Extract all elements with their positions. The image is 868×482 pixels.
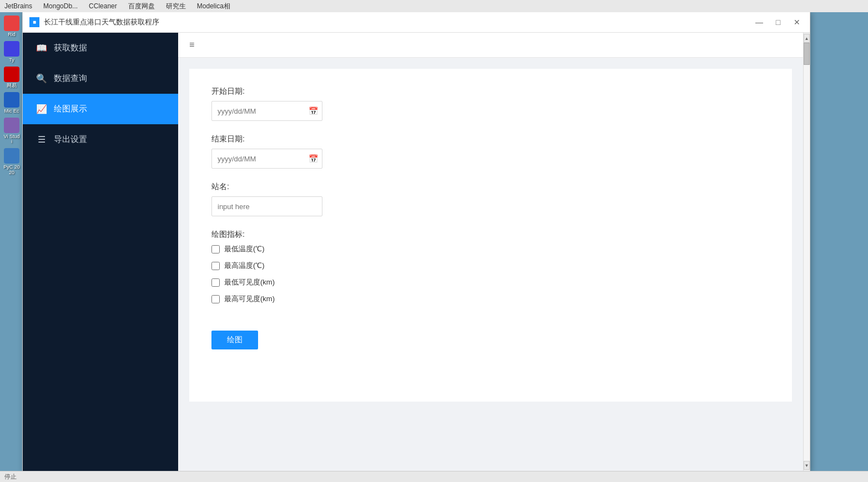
book-icon: 📖 xyxy=(36,43,47,53)
indicator-label: 绘图指标: xyxy=(211,230,770,240)
station-input[interactable] xyxy=(211,196,322,216)
desktop-icon-label-3: Mic Ec xyxy=(4,109,19,114)
scroll-track xyxy=(804,43,810,461)
scroll-up-arrow[interactable]: ▲ xyxy=(804,34,810,43)
desktop-icon-0[interactable]: Rid xyxy=(2,14,21,39)
end-date-input[interactable] xyxy=(211,149,322,169)
content-panel: 开始日期: 📅 结束日期: 📅 xyxy=(178,58,803,471)
desktop-icon-label-0: Rid xyxy=(8,32,16,38)
hamburger-icon[interactable]: ≡ xyxy=(189,40,194,50)
sidebar: 📖 获取数据 🔍 数据查询 📈 绘图展示 ☰ 导出设置 xyxy=(23,33,178,471)
close-button[interactable]: ✕ xyxy=(791,16,803,28)
sidebar-label-data-query: 数据查询 xyxy=(54,73,87,84)
checkbox-min-visibility-input[interactable] xyxy=(211,278,220,287)
taskbar-item-jetbrains[interactable]: JetBrains xyxy=(4,2,32,10)
start-date-group: 开始日期: 📅 xyxy=(211,87,770,121)
end-date-label: 结束日期: xyxy=(211,134,770,144)
checkbox-min-temp-input[interactable] xyxy=(211,245,220,253)
checkbox-min-visibility-label: 最低可见度(km) xyxy=(224,277,275,287)
app-window: ■ 长江干线重点港口天气数据获取程序 — □ ✕ 📖 获取数据 🔍 数据查询 📈… xyxy=(22,11,810,471)
checkbox-group: 最低温度(℃) 最高温度(℃) 最低可见度(km) xyxy=(211,244,770,304)
start-date-input[interactable] xyxy=(211,101,322,121)
content-header: ≡ xyxy=(178,33,803,58)
sidebar-item-plot-display[interactable]: 📈 绘图展示 xyxy=(23,94,178,124)
sidebar-item-data-query[interactable]: 🔍 数据查询 xyxy=(23,63,178,94)
checkbox-max-visibility[interactable]: 最高可见度(km) xyxy=(211,294,770,304)
checkbox-max-temp-input[interactable] xyxy=(211,262,220,270)
end-date-group: 结束日期: 📅 xyxy=(211,134,770,169)
chart-icon: 📈 xyxy=(36,104,47,114)
sidebar-label-export-settings: 导出设置 xyxy=(54,134,87,145)
desktop-icon-3[interactable]: Mic Ec xyxy=(2,91,21,115)
station-label: 站名: xyxy=(211,182,770,192)
title-bar: ■ 长江干线重点港口天气数据获取程序 — □ ✕ xyxy=(23,12,810,33)
start-date-label: 开始日期: xyxy=(211,87,770,97)
search-icon: 🔍 xyxy=(36,73,47,84)
form-card: 开始日期: 📅 结束日期: 📅 xyxy=(189,69,792,402)
end-date-wrapper: 📅 xyxy=(211,149,322,169)
taskbar-item-modelica[interactable]: Modelica相 xyxy=(197,2,230,11)
desktop-icon-label-4: Vi Studi xyxy=(3,134,20,145)
window-title: 长江干线重点港口天气数据获取程序 xyxy=(44,17,753,27)
desktop-icon-label-1: Ty xyxy=(9,58,14,63)
checkbox-min-temp-label: 最低温度(℃) xyxy=(224,244,265,254)
desktop-icons-area: Rid Ty 网易 Mic Ec Vi Studi PyC 2020 xyxy=(0,12,23,179)
checkbox-min-visibility[interactable]: 最低可见度(km) xyxy=(211,277,770,287)
right-scrollbar: ▲ ▼ xyxy=(803,33,810,471)
indicator-group: 绘图指标: 最低温度(℃) 最高温度(℃) xyxy=(211,230,770,304)
desktop-icon-4[interactable]: Vi Studi xyxy=(2,116,21,146)
checkbox-max-temp[interactable]: 最高温度(℃) xyxy=(211,261,770,271)
desktop-icon-label-5: PyC 2020 xyxy=(3,165,20,176)
checkbox-max-temp-label: 最高温度(℃) xyxy=(224,261,265,271)
taskbar-top: JetBrains MongoDb... CCleaner 百度网盘 研究生 M… xyxy=(0,0,868,12)
checkbox-min-temp[interactable]: 最低温度(℃) xyxy=(211,244,770,254)
sidebar-label-plot-display: 绘图展示 xyxy=(54,104,87,114)
sidebar-item-fetch-data[interactable]: 📖 获取数据 xyxy=(23,33,178,63)
scroll-down-arrow[interactable]: ▼ xyxy=(804,461,810,470)
checkbox-max-visibility-label: 最高可见度(km) xyxy=(224,294,275,304)
minimize-button[interactable]: — xyxy=(753,16,765,28)
app-icon: ■ xyxy=(29,17,39,27)
title-bar-controls: — □ ✕ xyxy=(753,16,803,28)
taskbar-item-mongodb[interactable]: MongoDb... xyxy=(43,2,78,10)
desktop-icon-1[interactable]: Ty xyxy=(2,40,21,64)
sidebar-label-fetch-data: 获取数据 xyxy=(54,43,87,53)
desktop-icon-2[interactable]: 网易 xyxy=(2,65,21,90)
checkbox-max-visibility-input[interactable] xyxy=(211,295,220,303)
bottom-bar: 停止 xyxy=(0,471,868,482)
desktop-icon-5[interactable]: PyC 2020 xyxy=(2,147,21,177)
taskbar-item-ccleaner[interactable]: CCleaner xyxy=(89,2,117,10)
bottom-bar-text: 停止 xyxy=(4,473,17,481)
app-body: 📖 获取数据 🔍 数据查询 📈 绘图展示 ☰ 导出设置 ≡ xyxy=(23,33,810,471)
main-content: ≡ 开始日期: 📅 结束日期: xyxy=(178,33,803,471)
plot-button[interactable]: 绘图 xyxy=(211,331,258,349)
maximize-button[interactable]: □ xyxy=(772,16,784,28)
station-name-group: 站名: xyxy=(211,182,770,216)
scroll-thumb[interactable] xyxy=(804,43,810,65)
sidebar-item-export-settings[interactable]: ☰ 导出设置 xyxy=(23,124,178,155)
desktop-icon-label-2: 网易 xyxy=(7,83,17,89)
taskbar-item-baidu[interactable]: 百度网盘 xyxy=(128,2,155,11)
start-date-wrapper: 📅 xyxy=(211,101,322,121)
export-icon: ☰ xyxy=(36,134,47,145)
taskbar-item-research[interactable]: 研究生 xyxy=(166,2,186,11)
